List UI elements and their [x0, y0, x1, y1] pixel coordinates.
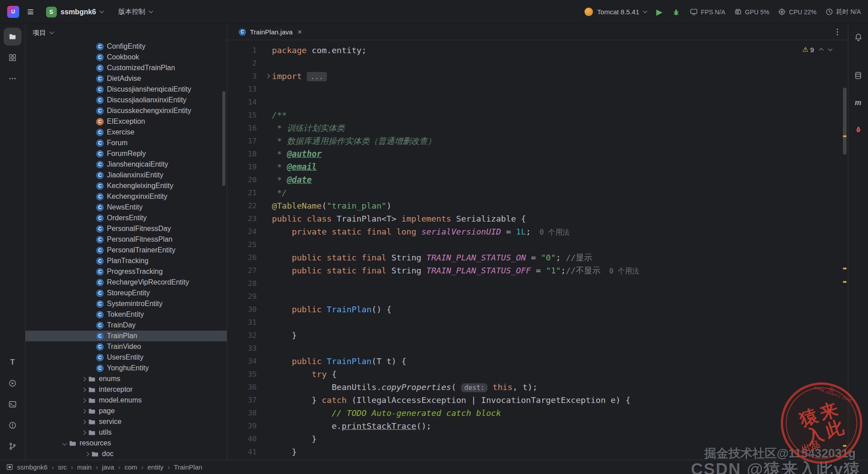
tree-item-StoreupEntity[interactable]: CStoreupEntity [25, 288, 227, 298]
warning-mark[interactable] [843, 268, 847, 269]
tree-item-utils[interactable]: utils [25, 427, 227, 438]
tree-item-page[interactable]: page [25, 406, 227, 416]
code-line[interactable]: 39 e.printStackTrace(); [227, 419, 848, 432]
tree-item-UsersEntity[interactable]: CUsersEntity [25, 352, 227, 363]
code-line[interactable]: 38 // TODO Auto-generated catch block [227, 407, 848, 419]
tree-item-TrainDay[interactable]: CTrainDay [25, 320, 227, 331]
code-line[interactable]: 1package com.entity; [227, 44, 848, 57]
code-line[interactable]: 21 */ [227, 186, 848, 199]
version-control-tool-button[interactable] [4, 437, 21, 455]
code-line[interactable]: 26 public static final String TRAIN_PLAN… [227, 251, 848, 264]
warning-mark[interactable] [843, 281, 847, 283]
breadcrumb-ssmbgnk6[interactable]: ssmbgnk6 [17, 463, 47, 471]
structure-tool-button[interactable] [4, 49, 21, 67]
tree-scrollbar-thumb[interactable] [222, 91, 225, 186]
tree-item-model.enums[interactable]: model.enums [25, 395, 227, 406]
translation-tool-button[interactable]: T [4, 353, 21, 371]
tree-item-interceptor[interactable]: interceptor [25, 384, 227, 395]
breadcrumb-com[interactable]: com [124, 463, 137, 471]
code-line[interactable]: 18 * @author [227, 147, 848, 160]
chevron-right-icon[interactable] [81, 409, 86, 413]
tab-close-icon[interactable]: × [297, 28, 302, 36]
code-line[interactable]: 28 [227, 277, 848, 290]
maven-tool-button[interactable]: m [851, 95, 866, 110]
tree-item-doc[interactable]: doc [25, 449, 227, 459]
breadcrumb-entity[interactable]: entity [148, 463, 164, 471]
code-line[interactable]: 24 private static final long serialVersi… [227, 225, 848, 238]
more-tool-button[interactable] [4, 70, 21, 88]
code-line[interactable]: 17 * 数据库通用操作实体类（普通增删改查） [227, 134, 848, 147]
inspections-widget[interactable]: ⚠ 9 [802, 46, 832, 54]
breadcrumb-main[interactable]: main [77, 463, 92, 471]
tree-item-PersonalFitnessDay[interactable]: CPersonalFitnessDay [25, 223, 227, 234]
tree-item-enums[interactable]: enums [25, 373, 227, 384]
tree-item-NewsEntity[interactable]: CNewsEntity [25, 202, 227, 213]
tab-trainplan-java[interactable]: C TrainPlan.java × [234, 24, 306, 40]
chevron-right-icon[interactable] [85, 452, 89, 456]
run-button[interactable]: ▶ [656, 8, 663, 16]
code-line[interactable]: 36 BeanUtils.copyProperties( dest: this,… [227, 381, 848, 394]
code-line[interactable]: 22@TableName("train_plan") [227, 199, 848, 212]
breadcrumb-src[interactable]: src [58, 463, 67, 471]
tree-item-ForumReply[interactable]: CForumReply [25, 148, 227, 159]
editor-scrollbar-thumb[interactable] [843, 88, 847, 155]
tabbar-options-icon[interactable] [833, 28, 842, 37]
tree-item-PersonalTrainerEntity[interactable]: CPersonalTrainerEntity [25, 245, 227, 256]
code-line[interactable]: 19 * @email [227, 160, 848, 173]
chevron-right-icon[interactable] [81, 387, 86, 392]
warning-mark[interactable] [843, 135, 847, 137]
code-line[interactable]: 30 public TrainPlan() { [227, 303, 848, 316]
bug-tool-button[interactable] [851, 122, 866, 137]
tree-item-ConfigEntity[interactable]: CConfigEntity [25, 41, 227, 52]
prev-problem-icon[interactable] [819, 48, 824, 53]
fold-marker-icon[interactable] [265, 74, 270, 79]
tree-item-DiscussjiaolianxinxiEntity[interactable]: CDiscussjiaolianxinxiEntity [25, 95, 227, 105]
code-line[interactable]: 29 [227, 290, 848, 303]
code-line[interactable]: 33 [227, 342, 848, 355]
tree-item-KechengleixingEntity[interactable]: CKechengleixingEntity [25, 180, 227, 191]
terminal-tool-button[interactable] [4, 395, 21, 413]
tree-item-KechengxinxiEntity[interactable]: CKechengxinxiEntity [25, 191, 227, 202]
tree-item-RechargeVipRecordEntity[interactable]: CRechargeVipRecordEntity [25, 277, 227, 288]
tree-item-PlanTracking[interactable]: CPlanTracking [25, 256, 227, 266]
tree-item-SystemintroEntity[interactable]: CSystemintroEntity [25, 298, 227, 309]
chevron-right-icon[interactable] [81, 430, 86, 435]
tree-item-TokenEntity[interactable]: CTokenEntity [25, 309, 227, 320]
code-line[interactable]: 34 public TrainPlan(T t) { [227, 355, 848, 368]
chevron-right-icon[interactable] [81, 377, 86, 381]
vcs-selector[interactable]: 版本控制 [114, 5, 157, 18]
problems-tool-button[interactable] [4, 416, 21, 434]
code-line[interactable]: 20 * @date [227, 173, 848, 186]
code-line[interactable]: 3import ... [227, 70, 848, 83]
code-line[interactable]: 27 public static final String TRAIN_PLAN… [227, 264, 848, 277]
tree-item-DiscusskechengxinxiEntity[interactable]: CDiscusskechengxinxiEntity [25, 105, 227, 116]
notifications-tool-button[interactable] [851, 29, 866, 45]
tree-item-JianshenqicaiEntity[interactable]: CJianshenqicaiEntity [25, 159, 227, 170]
debug-button[interactable] [672, 8, 680, 16]
project-selector[interactable]: S ssmbgnk6 [42, 4, 107, 20]
code-line[interactable]: 32 } [227, 329, 848, 342]
tree-item-service[interactable]: service [25, 416, 227, 427]
code-line[interactable]: 2 [227, 57, 848, 70]
chevron-down-icon[interactable] [62, 441, 67, 445]
services-tool-button[interactable] [4, 374, 21, 392]
tree-item-TrainVideo[interactable]: CTrainVideo [25, 341, 227, 352]
next-problem-icon[interactable] [828, 47, 833, 51]
chevron-right-icon[interactable] [81, 419, 86, 424]
tree-item-CustomizedTrainPlan[interactable]: CCustomizedTrainPlan [25, 63, 227, 73]
code-editor[interactable]: 1package com.entity;23import ...131415/*… [227, 40, 848, 460]
main-menu-icon[interactable]: ≡ [26, 6, 35, 17]
tree-item-Exercise[interactable]: CExercise [25, 127, 227, 138]
tree-item-Cookbook[interactable]: CCookbook [25, 52, 227, 63]
code-line[interactable]: 31 [227, 316, 848, 329]
project-tool-button[interactable] [4, 28, 21, 46]
code-line[interactable]: 14 [227, 96, 848, 109]
tree-item-DietAdvise[interactable]: CDietAdvise [25, 73, 227, 84]
code-line[interactable]: 35 try { [227, 368, 848, 381]
breadcrumb-TrainPlan[interactable]: TrainPlan [174, 463, 203, 471]
code-line[interactable]: 13 [227, 83, 848, 96]
database-tool-button[interactable] [851, 68, 866, 83]
tree-item-EIException[interactable]: CEIException [25, 116, 227, 127]
tree-item-PersonalFitnessPlan[interactable]: CPersonalFitnessPlan [25, 234, 227, 245]
code-line[interactable]: 25 [227, 238, 848, 251]
